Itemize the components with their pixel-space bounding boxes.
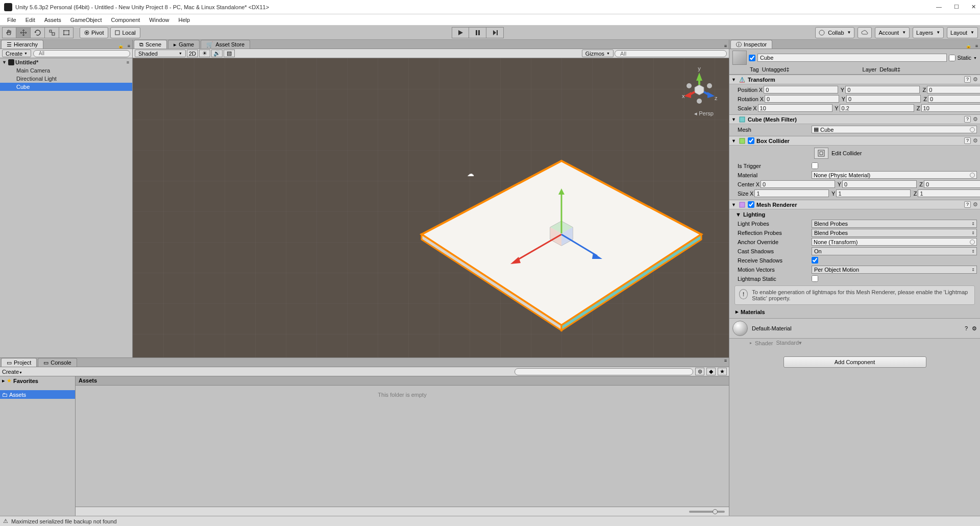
center-x-input[interactable] — [761, 180, 835, 188]
rotation-z-input[interactable] — [928, 95, 980, 103]
minimize-button[interactable]: — — [936, 4, 942, 10]
toggle-lighting-button[interactable]: ☀ — [199, 50, 210, 57]
hierarchy-menu-icon[interactable]: ≡ — [126, 43, 132, 49]
close-button[interactable]: ✕ — [971, 4, 976, 10]
boxcollider-settings-icon[interactable]: ⚙ — [973, 137, 978, 144]
project-icon-size-slider[interactable] — [76, 507, 729, 516]
center-y-input[interactable] — [842, 180, 917, 188]
size-x-input[interactable] — [754, 189, 829, 197]
meshfilter-help-icon[interactable]: ? — [964, 116, 971, 123]
orientation-gizmo[interactable]: y x z — [679, 67, 720, 108]
scene-tab[interactable]: ⧉Scene — [134, 40, 167, 49]
lighting-foldout[interactable]: ▼ — [736, 211, 741, 218]
layers-dropdown[interactable]: Layers▼ — [913, 27, 944, 38]
rect-tool-button[interactable] — [59, 27, 74, 38]
hierarchy-item-main-camera[interactable]: Main Camera — [0, 66, 132, 75]
lightprobes-dropdown[interactable]: Blend Probes‡ — [812, 220, 977, 228]
project-create-dropdown[interactable]: Create▼ — [2, 369, 22, 375]
material-row[interactable]: Default-Material ? ⚙ — [729, 318, 980, 339]
project-breadcrumb[interactable]: Assets — [76, 376, 729, 386]
boxcollider-enable-checkbox[interactable] — [748, 137, 754, 144]
meshfilter-foldout[interactable]: ▼ — [731, 117, 737, 122]
search-filter-type-button[interactable]: ⊚ — [695, 368, 704, 375]
menu-component[interactable]: Component — [107, 16, 144, 24]
hierarchy-item-cube[interactable]: Cube — [0, 83, 132, 91]
castshadows-dropdown[interactable]: On‡ — [812, 247, 977, 255]
hierarchy-tab[interactable]: ☰Hierarchy — [1, 40, 43, 49]
motionvectors-dropdown[interactable]: Per Object Motion‡ — [812, 266, 977, 274]
gameobject-icon[interactable] — [732, 51, 747, 65]
project-search-input[interactable] — [514, 368, 693, 375]
transform-settings-icon[interactable]: ⚙ — [973, 76, 978, 83]
shading-mode-dropdown[interactable]: Shaded▼ — [135, 50, 186, 57]
hierarchy-search-input[interactable] — [33, 50, 130, 57]
scale-tool-button[interactable] — [45, 27, 59, 38]
account-dropdown[interactable]: Account▼ — [875, 27, 910, 38]
local-toggle[interactable]: Local — [110, 27, 140, 38]
move-tool-button[interactable] — [16, 27, 31, 38]
menu-assets[interactable]: Assets — [40, 16, 65, 24]
meshrenderer-foldout[interactable]: ▼ — [731, 202, 737, 207]
hierarchy-lock-icon[interactable]: 🔒 — [116, 43, 126, 49]
boxcollider-help-icon[interactable]: ? — [964, 137, 971, 144]
toggle-2d-button[interactable]: 2D — [187, 50, 198, 57]
project-favorites[interactable]: ▸★Favorites — [0, 376, 75, 385]
scene-panel-menu-icon[interactable]: ≡ — [722, 43, 729, 49]
physmat-object-field[interactable]: None (Physic Material) — [812, 171, 977, 179]
inspector-lock-icon[interactable]: 🔒 — [964, 43, 973, 49]
projection-label[interactable]: ◂ Persp — [694, 110, 714, 117]
pivot-toggle[interactable]: Pivot — [80, 27, 108, 38]
meshrenderer-settings-icon[interactable]: ⚙ — [973, 201, 978, 208]
menu-window[interactable]: Window — [145, 16, 173, 24]
inspector-menu-icon[interactable]: ≡ — [973, 43, 980, 49]
lightmapstatic-checkbox[interactable] — [812, 275, 818, 282]
size-z-input[interactable] — [918, 189, 980, 197]
meshfilter-settings-icon[interactable]: ⚙ — [973, 116, 978, 123]
asset-store-tab[interactable]: 🛒Asset Store — [201, 40, 250, 49]
hand-tool-button[interactable] — [2, 27, 16, 38]
edit-collider-button[interactable] — [814, 148, 828, 159]
object-picker-icon[interactable] — [970, 127, 975, 132]
position-y-input[interactable] — [845, 86, 920, 93]
meshrenderer-help-icon[interactable]: ? — [964, 201, 971, 208]
menu-file[interactable]: File — [3, 16, 20, 24]
selected-cube-mesh[interactable] — [419, 158, 704, 331]
position-z-input[interactable] — [927, 86, 980, 93]
scale-z-input[interactable] — [921, 104, 980, 112]
scale-x-input[interactable] — [758, 104, 832, 112]
toggle-effects-button[interactable]: ▧ — [224, 50, 235, 57]
search-save-button[interactable]: ★ — [718, 368, 727, 375]
cloud-button[interactable] — [857, 27, 872, 38]
istrigger-checkbox[interactable] — [812, 162, 818, 169]
console-tab[interactable]: ▭Console — [38, 358, 77, 367]
size-y-input[interactable] — [836, 189, 911, 197]
menu-edit[interactable]: Edit — [21, 16, 39, 24]
boxcollider-foldout[interactable]: ▼ — [731, 138, 737, 144]
static-dropdown-icon[interactable]: ▼ — [973, 56, 977, 60]
collab-dropdown[interactable]: Collab▼ — [815, 27, 854, 38]
project-assets-folder[interactable]: 🗀Assets — [0, 390, 75, 399]
layout-dropdown[interactable]: Layout▼ — [947, 27, 978, 38]
maximize-button[interactable]: ☐ — [954, 4, 959, 10]
material-foldout-icon[interactable]: ▸ — [750, 341, 752, 345]
shader-dropdown[interactable]: Standard▾ — [776, 340, 977, 346]
menu-gameobject[interactable]: GameObject — [66, 16, 106, 24]
menu-help[interactable]: Help — [174, 16, 194, 24]
scene-search-input[interactable] — [615, 50, 727, 57]
anchor-object-field[interactable]: None (Transform) — [812, 238, 977, 246]
inspector-tab[interactable]: ⓘInspector — [730, 40, 772, 49]
receiveshadows-checkbox[interactable] — [812, 257, 818, 264]
static-checkbox[interactable] — [949, 55, 955, 61]
layer-dropdown[interactable]: Default‡ — [879, 66, 977, 73]
meshrenderer-enable-checkbox[interactable] — [748, 201, 754, 208]
center-z-input[interactable] — [924, 180, 980, 188]
hierarchy-create-dropdown[interactable]: Create▼ — [2, 50, 31, 57]
materials-foldout[interactable]: ▸ — [736, 308, 739, 315]
game-tab[interactable]: ▸Game — [168, 40, 200, 49]
pause-button[interactable] — [469, 27, 486, 38]
material-help-icon[interactable]: ? — [965, 325, 968, 331]
step-button[interactable] — [486, 27, 504, 38]
gizmos-dropdown[interactable]: Gizmos▼ — [582, 50, 614, 57]
gameobject-name-input[interactable] — [757, 54, 947, 62]
scene-viewport[interactable]: ☁ ✺ — [133, 58, 729, 357]
